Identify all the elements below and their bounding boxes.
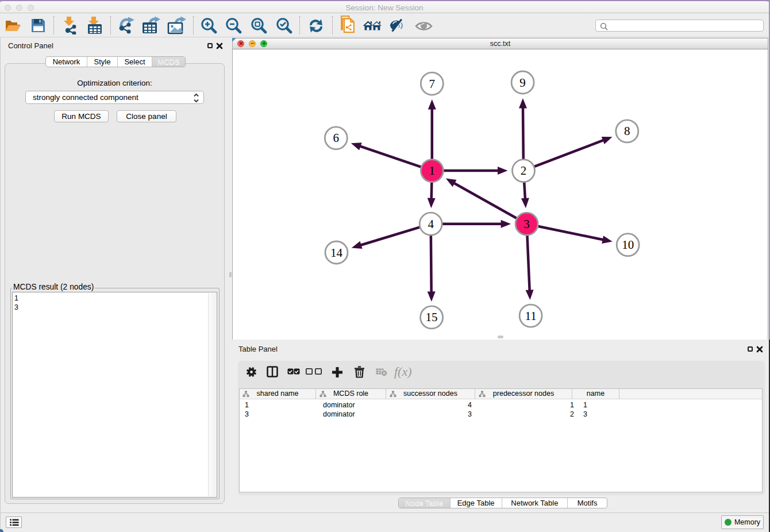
svg-text:10: 10 bbox=[622, 238, 634, 252]
svg-text:9: 9 bbox=[519, 76, 526, 90]
svg-text:4: 4 bbox=[428, 217, 434, 231]
svg-text:3: 3 bbox=[523, 217, 530, 231]
svg-text:7: 7 bbox=[429, 77, 436, 91]
svg-text:1: 1 bbox=[429, 164, 436, 178]
svg-text:8: 8 bbox=[624, 124, 630, 138]
svg-text:14: 14 bbox=[330, 246, 343, 260]
svg-text:2: 2 bbox=[521, 164, 527, 178]
svg-text:15: 15 bbox=[426, 310, 438, 324]
svg-text:6: 6 bbox=[333, 131, 340, 145]
svg-text:11: 11 bbox=[525, 309, 536, 323]
